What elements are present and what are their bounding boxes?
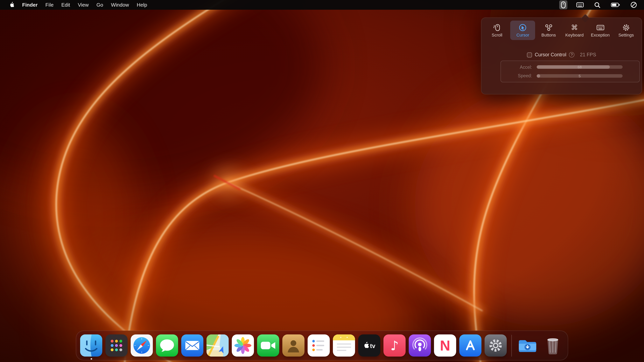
mouse-buttons-icon [544,23,553,32]
spotlight-icon[interactable] [593,1,602,9]
tab-settings[interactable]: Settings [614,20,638,40]
dock-separator [512,335,512,356]
tab-keyboard[interactable]: ⌘ Keyboard [562,20,587,40]
mouse-status-icon[interactable] [559,0,568,9]
fps-indicator: 21 FPS [580,52,596,57]
mouse-utility-popover: Scroll Cursor Buttons ⌘ Keyboard [481,17,642,94]
accel-row: Accel: 68 [501,63,639,71]
dock-launchpad[interactable] [106,335,128,357]
scroll-wheel-icon [493,23,501,32]
speed-slider[interactable]: 5 [537,74,622,78]
menu-file[interactable]: File [42,0,57,10]
cursor-control-checkbox[interactable] [527,52,532,57]
cursor-control-label: Cursor Control [535,52,566,57]
tab-label: Buttons [541,33,556,37]
tab-label: Cursor [516,33,529,37]
dock-photos[interactable] [232,335,254,357]
dock-notes[interactable] [333,335,355,357]
reminders-icon [308,335,330,357]
dock-music[interactable]: ♪ [384,335,406,357]
desktop: Finder File Edit View Go Window Help [0,0,644,362]
tab-exception[interactable]: Exception [588,20,613,40]
svg-text:N: N [440,338,450,354]
dock-facetime[interactable] [257,335,279,357]
menu-bar: Finder File Edit View Go Window Help [0,0,644,10]
accel-slider[interactable]: 68 [537,65,622,69]
speed-value: 5 [537,74,622,78]
menu-help[interactable]: Help [133,0,151,10]
gear-icon [622,23,630,32]
svg-text:tv: tv [370,343,375,349]
dock-maps[interactable] [206,335,229,357]
dock-downloads[interactable] [516,335,538,357]
dock-finder[interactable] [80,335,102,357]
apple-tv-icon: tv [358,335,380,357]
dock-safari[interactable] [131,335,153,357]
tab-scroll[interactable]: Scroll [484,20,510,40]
launchpad-icon [106,335,128,357]
dock-app-store[interactable] [459,335,482,357]
dock-messages[interactable] [156,335,178,357]
speed-row: Speed: 5 [501,72,639,80]
system-settings-icon [484,335,507,357]
maps-icon [206,335,229,357]
apple-menu[interactable] [6,1,18,8]
battery-icon[interactable] [610,2,622,8]
dock-contacts[interactable] [282,335,304,357]
app-menus: Finder File Edit View Go Window Help [6,0,151,10]
tab-label: Keyboard [565,33,584,37]
dock-mail[interactable] [181,335,204,357]
tab-cursor[interactable]: Cursor [510,20,535,40]
tab-label: Exception [591,33,610,37]
dock-news[interactable]: N [434,335,456,357]
contacts-icon [282,335,304,357]
tab-bar: Scroll Cursor Buttons ⌘ Keyboard [482,18,642,40]
running-indicator-finder [90,358,92,360]
app-store-icon [459,335,482,357]
do-not-disturb-icon[interactable] [629,1,638,9]
tab-label: Settings [618,33,634,37]
mail-icon [181,335,204,357]
command-key-icon: ⌘ [571,23,578,32]
dock-podcasts[interactable] [409,335,431,357]
dock-tv[interactable]: tv [358,335,380,357]
keyboard-status-icon[interactable] [575,1,585,8]
downloads-folder-icon [516,335,538,357]
cursor-click-icon [518,23,527,32]
facetime-icon [257,335,279,357]
menu-go[interactable]: Go [92,0,107,10]
apple-logo-icon [9,1,14,8]
news-icon: N [434,335,456,357]
cursor-control-row: Cursor Control ? 21 FPS [482,51,642,58]
cursor-settings-group: Accel: 68 Speed: 5 [500,61,640,82]
finder-icon [80,335,102,357]
dock-trash[interactable] [542,335,564,357]
svg-text:♪: ♪ [390,338,399,353]
menu-view[interactable]: View [74,0,92,10]
dock-system-settings[interactable] [484,335,507,357]
accel-label: Accel: [501,65,532,69]
keyboard-grid-icon [596,23,604,32]
speed-label: Speed: [501,74,532,78]
safari-icon [131,335,153,357]
menu-window[interactable]: Window [107,0,133,10]
music-icon: ♪ [384,335,406,357]
dock: tv ♪ N [76,331,568,361]
tab-label: Scroll [492,33,502,37]
help-icon[interactable]: ? [569,52,574,57]
trash-icon [542,335,564,357]
menu-edit[interactable]: Edit [57,0,74,10]
tab-buttons[interactable]: Buttons [536,20,561,40]
photos-icon [232,335,254,357]
podcasts-icon [409,335,431,357]
notes-icon [333,335,355,357]
accel-value: 68 [537,65,622,69]
dock-reminders[interactable] [308,335,330,357]
messages-icon [156,335,178,357]
status-menu-icons [559,0,638,9]
menu-finder[interactable]: Finder [18,0,42,10]
